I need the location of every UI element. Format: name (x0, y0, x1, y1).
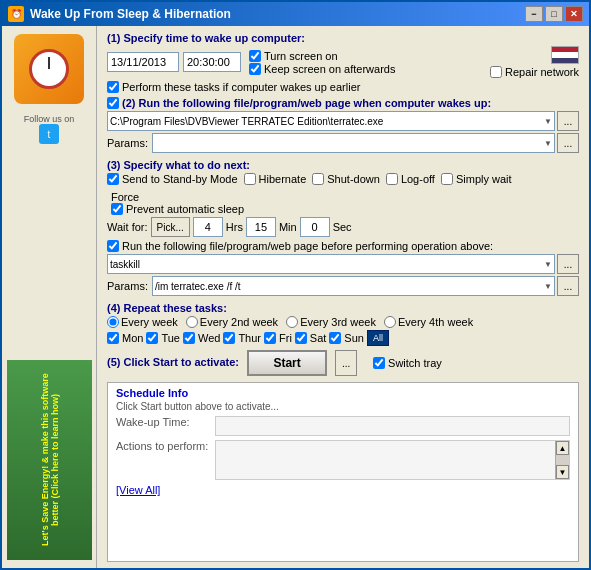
repair-network-checkbox[interactable] (490, 66, 502, 78)
section2-label: (2) Run the following file/program/web p… (122, 97, 491, 109)
minimize-button[interactable]: − (525, 6, 543, 22)
before-browse-button[interactable]: ... (557, 254, 579, 274)
all-button[interactable]: All (367, 330, 389, 346)
sat-checkbox[interactable] (295, 332, 307, 344)
program-path-value: C:\Program Files\DVBViewer TERRATEC Edit… (110, 116, 383, 127)
fri-label: Fri (279, 332, 292, 344)
thu-checkbox[interactable] (223, 332, 235, 344)
turn-screen-label: Turn screen on (264, 50, 338, 62)
every-3rd-radio-group: Every 3rd week (286, 316, 376, 328)
wakeup-label: Wake-up Time: (116, 416, 211, 428)
hibernate-row: Hibernate (244, 173, 307, 185)
wait-label: Wait for: (107, 221, 148, 233)
flag-icon (551, 46, 579, 64)
date-input[interactable] (107, 52, 179, 72)
tue-checkbox[interactable] (146, 332, 158, 344)
shutdown-checkbox[interactable] (312, 173, 324, 185)
perform-tasks-checkbox[interactable] (107, 81, 119, 93)
every-3rd-radio[interactable] (286, 316, 298, 328)
days-row: Mon Tue Wed Thur (107, 330, 579, 346)
app-logo (14, 34, 84, 104)
scrollbar: ▲ ▼ (555, 441, 569, 479)
keep-screen-checkbox-row: Keep screen on afterwards (249, 63, 395, 75)
titlebar: ⏰ Wake Up From Sleep & Hibernation − □ ✕ (2, 2, 589, 26)
sun-checkbox[interactable] (329, 332, 341, 344)
wed-checkbox[interactable] (183, 332, 195, 344)
sat-label: Sat (310, 332, 327, 344)
maximize-button[interactable]: □ (545, 6, 563, 22)
prevent-sleep-label: Prevent automatic sleep (126, 203, 244, 215)
turn-screen-checkbox-row: Turn screen on (249, 50, 395, 62)
follow-us-label: Follow us on t (24, 114, 75, 144)
sun-label: Sun (344, 332, 364, 344)
wakeup-value (215, 416, 570, 436)
activate-row: (5) Click Start to activate: Start ... S… (107, 350, 579, 376)
before-params-label: Params: (107, 280, 148, 292)
keep-screen-label: Keep screen on afterwards (264, 63, 395, 75)
every-4th-radio[interactable] (384, 316, 396, 328)
sun-row: Sun (329, 332, 364, 344)
every-week-label: Every week (121, 316, 178, 328)
standby-row: Send to Stand-by Mode (107, 173, 238, 185)
every-4th-label: Every 4th week (398, 316, 473, 328)
turn-screen-checkbox[interactable] (249, 50, 261, 62)
run-before-checkbox[interactable] (107, 240, 119, 252)
before-params-combo[interactable]: /im terratec.exe /f /t ▼ (152, 276, 555, 296)
energy-banner[interactable]: Let's Save Energy! & make this software … (7, 360, 92, 560)
before-params-browse-button[interactable]: ... (557, 276, 579, 296)
wait-row: Wait for: Pick... Hrs Min Sec (107, 217, 579, 237)
twitter-icon[interactable]: t (39, 124, 59, 144)
section3: (3) Specify what to do next: Send to Sta… (107, 159, 579, 298)
clock-logo (29, 49, 69, 89)
section1: (1) Specify time to wake up computer: Tu… (107, 32, 579, 93)
logoff-label: Log-off (401, 173, 435, 185)
logoff-checkbox[interactable] (386, 173, 398, 185)
start-browse-button[interactable]: ... (335, 350, 357, 376)
force-col: Force Prevent automatic sleep (111, 191, 244, 215)
simply-wait-checkbox[interactable] (441, 173, 453, 185)
start-button[interactable]: Start (247, 350, 327, 376)
view-all-link[interactable]: [View All] (116, 484, 160, 496)
program-browse-button[interactable]: ... (557, 111, 579, 131)
before-params-value: /im terratec.exe /f /t (155, 281, 241, 292)
hibernate-checkbox[interactable] (244, 173, 256, 185)
every-2nd-radio[interactable] (186, 316, 198, 328)
prevent-sleep-checkbox[interactable] (111, 203, 123, 215)
keep-screen-checkbox[interactable] (249, 63, 261, 75)
app-icon: ⏰ (8, 6, 24, 22)
min-label: Min (279, 221, 297, 233)
close-button[interactable]: ✕ (565, 6, 583, 22)
before-path-combo[interactable]: taskkill ▼ (107, 254, 555, 274)
params-browse-button[interactable]: ... (557, 133, 579, 153)
program-path-combo[interactable]: C:\Program Files\DVBViewer TERRATEC Edit… (107, 111, 555, 131)
switch-tray-row: Switch tray (373, 357, 442, 369)
scroll-up-button[interactable]: ▲ (556, 441, 569, 455)
section4: (4) Repeat these tasks: Every week Every… (107, 302, 579, 346)
params-combo[interactable]: ▼ (152, 133, 555, 153)
sec-input[interactable] (300, 217, 330, 237)
scroll-down-button[interactable]: ▼ (556, 465, 569, 479)
repeat-row: Every week Every 2nd week Every 3rd week… (107, 316, 579, 328)
main-panel: (1) Specify time to wake up computer: Tu… (97, 26, 589, 568)
thu-label: Thur (238, 332, 261, 344)
standby-checkbox[interactable] (107, 173, 119, 185)
tue-label: Tue (161, 332, 180, 344)
time-input[interactable] (183, 52, 241, 72)
main-window: ⏰ Wake Up From Sleep & Hibernation − □ ✕… (0, 0, 591, 570)
fri-checkbox[interactable] (264, 332, 276, 344)
hrs-label: Hrs (226, 221, 243, 233)
switch-tray-checkbox[interactable] (373, 357, 385, 369)
run-before-label: Run the following file/program/web page … (122, 240, 493, 252)
every-week-radio[interactable] (107, 316, 119, 328)
actions-label: Actions to perform: (116, 440, 211, 452)
pick-button[interactable]: Pick... (151, 217, 190, 237)
mon-checkbox[interactable] (107, 332, 119, 344)
hibernate-label: Hibernate (259, 173, 307, 185)
section1-label: (1) Specify time to wake up computer: (107, 32, 579, 44)
section5: (5) Click Start to activate: Start ... S… (107, 350, 579, 376)
scroll-track[interactable] (556, 455, 569, 465)
hrs-input[interactable] (193, 217, 223, 237)
min-input[interactable] (246, 217, 276, 237)
simply-wait-row: Simply wait (441, 173, 512, 185)
run-file-checkbox[interactable] (107, 97, 119, 109)
